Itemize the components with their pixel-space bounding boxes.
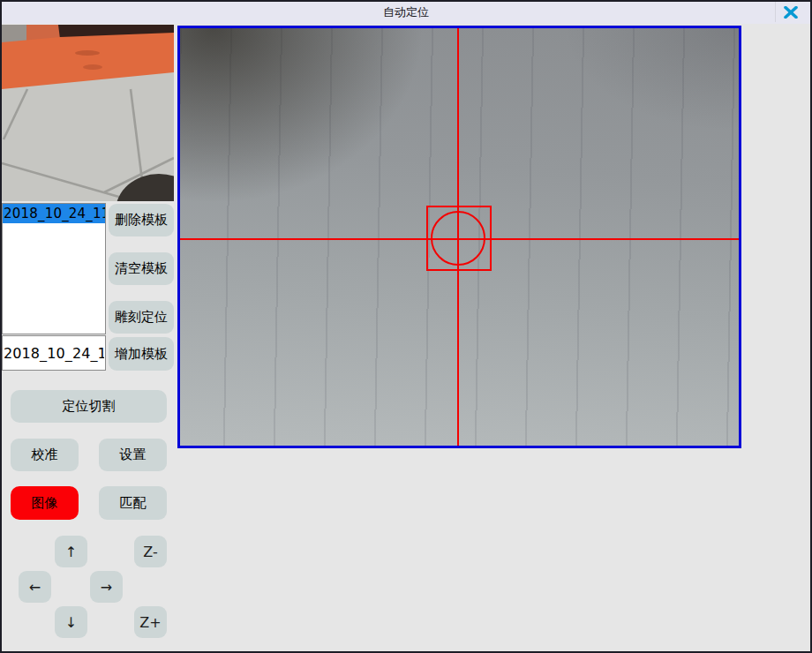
jog-left-button[interactable]: ← <box>19 571 51 603</box>
jog-right-button[interactable]: → <box>90 571 123 603</box>
close-button[interactable] <box>775 2 805 22</box>
thumbnail-image <box>2 25 174 201</box>
delete-template-button[interactable]: 删除模板 <box>109 204 174 236</box>
jog-down-button[interactable]: ↓ <box>55 606 87 638</box>
jog-z-minus-button[interactable]: Z- <box>134 536 167 567</box>
position-cut-button[interactable]: 定位切割 <box>11 390 167 423</box>
dialog-title: 自动定位 <box>383 4 429 20</box>
match-button[interactable]: 匹配 <box>99 486 167 520</box>
template-list-item-selected[interactable]: 2018_10_24_11 <box>3 204 105 223</box>
target-circle <box>431 211 485 266</box>
template-name-field[interactable] <box>2 335 106 371</box>
jog-up-button[interactable]: ↑ <box>55 536 87 567</box>
jog-z-plus-button[interactable]: Z+ <box>134 606 167 638</box>
template-thumbnail <box>2 25 174 201</box>
calibrate-button[interactable]: 校准 <box>11 439 79 471</box>
title-bar: 自动定位 <box>0 0 812 24</box>
clear-templates-button[interactable]: 清空模板 <box>109 252 174 285</box>
camera-view[interactable] <box>177 26 741 448</box>
template-list[interactable]: 2018_10_24_11 <box>2 203 106 334</box>
image-button[interactable]: 图像 <box>11 486 79 520</box>
add-template-button[interactable]: 增加模板 <box>109 337 174 371</box>
engrave-position-button[interactable]: 雕刻定位 <box>109 301 174 334</box>
auto-position-dialog: 自动定位 2018_10_24_11 <box>0 0 812 653</box>
close-icon <box>784 6 798 19</box>
settings-button[interactable]: 设置 <box>99 439 167 471</box>
